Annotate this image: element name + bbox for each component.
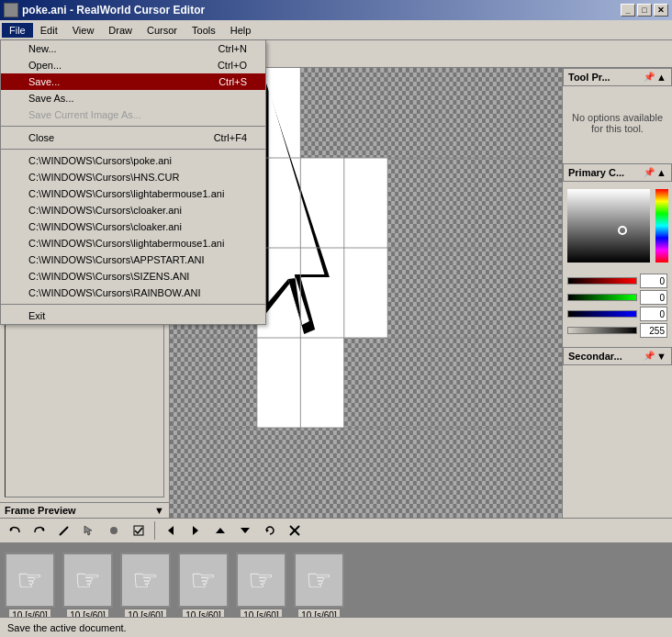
- recent-4-label: C:\WINDOWS\Cursors\cloaker.ani: [28, 205, 182, 216]
- alpha-value[interactable]: 255: [640, 323, 667, 338]
- red-slider[interactable]: [567, 277, 637, 285]
- bt-record[interactable]: [103, 520, 125, 541]
- menu-new[interactable]: New... Ctrl+N: [1, 40, 265, 57]
- color-pin[interactable]: 📌: [644, 167, 655, 178]
- frame-thumb-5[interactable]: ☞: [236, 553, 286, 608]
- svg-rect-39: [213, 338, 256, 428]
- svg-rect-37: [519, 248, 562, 338]
- frame-preview-label: Frame Preview: [5, 505, 76, 516]
- recent-3-label: C:\WINDOWS\Cursors\lightabermouse1.ani: [28, 188, 224, 199]
- menu-view[interactable]: View: [65, 23, 102, 38]
- svg-rect-19: [344, 68, 387, 158]
- menu-recent-2[interactable]: C:\WINDOWS\Cursors\HNS.CUR: [1, 169, 265, 185]
- color-picker-box[interactable]: [567, 189, 668, 263]
- svg-rect-47: [213, 428, 256, 518]
- bt-redo[interactable]: [28, 520, 50, 541]
- minimize-button[interactable]: _: [621, 4, 635, 17]
- new-shortcut: Ctrl+N: [218, 43, 247, 54]
- bt-check[interactable]: [128, 520, 150, 541]
- svg-rect-45: [519, 338, 562, 428]
- green-value[interactable]: 0: [640, 290, 667, 305]
- frame-thumb-1[interactable]: ☞: [5, 553, 55, 608]
- menu-recent-7[interactable]: C:\WINDOWS\Cursors\APPSTART.ANI: [1, 251, 265, 268]
- menu-recent-3[interactable]: C:\WINDOWS\Cursors\lightabermouse1.ani: [1, 185, 265, 202]
- menu-tools[interactable]: Tools: [185, 23, 223, 38]
- color-collapse[interactable]: ▲: [656, 167, 666, 178]
- svg-rect-28: [431, 158, 475, 248]
- blue-value[interactable]: 0: [640, 307, 667, 321]
- svg-marker-80: [266, 529, 269, 532]
- bt-rotate[interactable]: [259, 520, 281, 541]
- frame-item-1[interactable]: ☞ 10 [s/60]: [5, 553, 55, 621]
- tool-props-text: No options available for this tool.: [567, 112, 667, 134]
- color-sliders: 0 0 0 255: [563, 270, 672, 341]
- svg-rect-51: [387, 428, 431, 518]
- bt-prev[interactable]: [160, 520, 182, 541]
- svg-rect-23: [519, 68, 562, 158]
- frame-thumb-4[interactable]: ☞: [178, 553, 229, 608]
- right-panel: Tool Pr... 📌 ▲ No options available for …: [562, 68, 672, 518]
- frame-thumb-3[interactable]: ☞: [120, 553, 171, 608]
- save-label: Save...: [28, 76, 60, 87]
- menu-recent-9[interactable]: C:\WINDOWS\Cursors\RAINBOW.ANI: [1, 285, 265, 301]
- menu-recent-6[interactable]: C:\WINDOWS\Cursors\lightabermouse1.ani: [1, 235, 265, 251]
- frame-preview-toggle[interactable]: ▼: [154, 505, 164, 516]
- alpha-slider[interactable]: [567, 327, 637, 334]
- menu-open[interactable]: Open... Ctrl+O: [1, 57, 265, 73]
- svg-rect-50: [344, 428, 387, 518]
- menu-recent-1[interactable]: C:\WINDOWS\Cursors\poke.ani: [1, 152, 265, 169]
- svg-rect-34: [387, 248, 431, 338]
- color-spectrum[interactable]: [655, 189, 668, 263]
- tool-props-pin[interactable]: 📌: [644, 72, 655, 83]
- close-button[interactable]: ✕: [654, 4, 668, 17]
- menu-draw[interactable]: Draw: [101, 23, 140, 38]
- menu-exit[interactable]: Exit: [1, 307, 265, 324]
- tool-props-title: Tool Pr...: [568, 72, 610, 83]
- bt-delete[interactable]: [284, 520, 306, 541]
- menu-save-as[interactable]: Save As...: [1, 90, 265, 106]
- secondary-collapse[interactable]: ▼: [656, 351, 666, 362]
- menu-close[interactable]: Close Ctrl+F4: [1, 129, 265, 146]
- menu-file[interactable]: File: [2, 23, 33, 38]
- bt-pencil[interactable]: [53, 520, 75, 541]
- menu-recent-8[interactable]: C:\WINDOWS\Cursors\SIZENS.ANI: [1, 268, 265, 285]
- frame-item-6[interactable]: ☞ 10 [s/60]: [294, 553, 344, 621]
- bt-undo[interactable]: [4, 520, 26, 541]
- menu-save[interactable]: Save... Ctrl+S: [1, 73, 265, 90]
- menu-recent-4[interactable]: C:\WINDOWS\Cursors\cloaker.ani: [1, 202, 265, 218]
- frame-item-3[interactable]: ☞ 10 [s/60]: [120, 553, 171, 621]
- bt-next[interactable]: [185, 520, 207, 541]
- menu-cursor[interactable]: Cursor: [140, 23, 185, 38]
- menu-recent-5[interactable]: C:\WINDOWS\Cursors\cloaker.ani: [1, 218, 265, 235]
- save-current-label: Save Current Image As...: [28, 109, 141, 120]
- open-label: Open...: [28, 60, 62, 71]
- blue-slider[interactable]: [567, 310, 637, 318]
- svg-rect-44: [475, 338, 518, 428]
- menu-edit[interactable]: Edit: [33, 23, 65, 38]
- secondary-color-header: Secondar... 📌 ▼: [563, 347, 672, 365]
- color-gradient[interactable]: [567, 189, 650, 263]
- color-picker-container: [563, 182, 672, 270]
- status-bar: Save the active document.: [0, 617, 672, 637]
- maximize-button[interactable]: □: [637, 4, 652, 17]
- secondary-pin[interactable]: 📌: [644, 351, 655, 362]
- frame-item-5[interactable]: ☞ 10 [s/60]: [236, 553, 286, 621]
- recent-7-label: C:\WINDOWS\Cursors\APPSTART.ANI: [28, 254, 205, 265]
- svg-rect-43: [431, 338, 475, 428]
- red-value[interactable]: 0: [640, 274, 667, 288]
- green-slider[interactable]: [567, 294, 637, 301]
- menu-help[interactable]: Help: [223, 23, 259, 38]
- frame-item-4[interactable]: ☞ 10 [s/60]: [178, 553, 229, 621]
- recent-8-label: C:\WINDOWS\Cursors\SIZENS.ANI: [28, 271, 189, 282]
- svg-rect-52: [431, 428, 475, 518]
- svg-rect-18: [300, 68, 343, 158]
- frame-thumb-6[interactable]: ☞: [294, 553, 344, 608]
- frame-item-2[interactable]: ☞ 10 [s/60]: [62, 553, 113, 621]
- frame-thumb-2[interactable]: ☞: [62, 553, 113, 608]
- bt-up[interactable]: [209, 520, 231, 541]
- bt-down[interactable]: [234, 520, 256, 541]
- red-slider-row: 0: [567, 274, 667, 288]
- bt-cursor-tool[interactable]: [78, 520, 100, 541]
- tool-props-collapse[interactable]: ▲: [656, 72, 666, 83]
- file-dropdown-menu: New... Ctrl+N Open... Ctrl+O Save... Ctr…: [0, 40, 266, 325]
